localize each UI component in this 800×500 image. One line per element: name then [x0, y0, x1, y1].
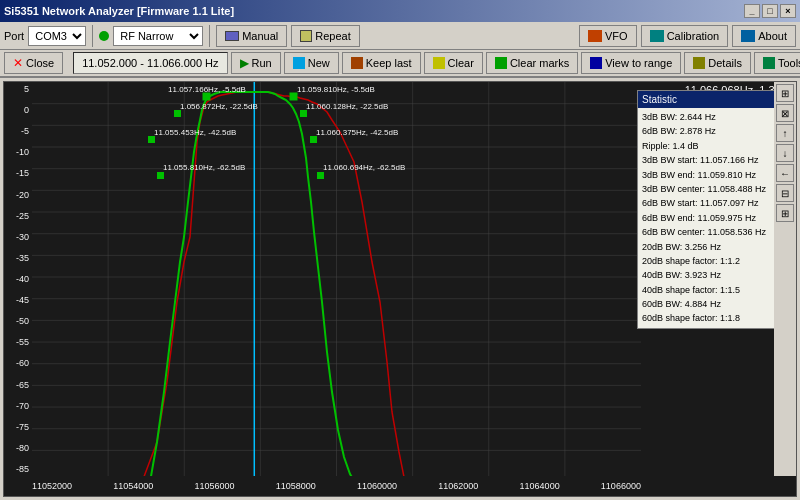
toolbar1: Port COM3 RF Narrow Manual Repeat VFO Ca… — [0, 22, 800, 50]
side-btn-7[interactable]: ⊞ — [776, 204, 794, 222]
side-toolbar: ⊞ ⊠ ↑ ↓ ← ⊟ ⊞ — [774, 82, 796, 476]
repeat-button[interactable]: Repeat — [291, 25, 359, 47]
tools-button[interactable]: Tools — [754, 52, 800, 74]
calibration-button[interactable]: Calibration — [641, 25, 729, 47]
y-tick--35: -35 — [4, 253, 32, 263]
stat-line: 3dB BW center: 11.058.488 Hz — [642, 182, 787, 196]
details-button[interactable]: Details — [684, 52, 751, 74]
side-btn-1[interactable]: ⊞ — [776, 84, 794, 102]
stat-line: 3dB BW: 2.644 Hz — [642, 110, 787, 124]
port-select[interactable]: COM3 — [28, 26, 86, 46]
y-tick--65: -65 — [4, 380, 32, 390]
mode-select[interactable]: RF Narrow — [113, 26, 203, 46]
x-tick-7: 11066000 — [601, 481, 641, 491]
keep-icon — [351, 57, 363, 69]
y-axis: 5 0 -5 -10 -15 -20 -25 -30 -35 -40 -45 -… — [4, 82, 32, 476]
side-btn-5[interactable]: ← — [776, 164, 794, 182]
stat-line: 40dB BW: 3.923 Hz — [642, 268, 787, 282]
svg-rect-38 — [157, 172, 164, 179]
svg-text:11.055.453Hz, -42.5dB: 11.055.453Hz, -42.5dB — [154, 128, 236, 137]
side-btn-4[interactable]: ↓ — [776, 144, 794, 162]
y-tick--15: -15 — [4, 168, 32, 178]
minimize-button[interactable]: _ — [744, 4, 760, 18]
stat-line: 20dB BW: 3.256 Hz — [642, 240, 787, 254]
about-icon — [741, 30, 755, 42]
tools-icon — [763, 57, 775, 69]
x-tick-4: 11060000 — [357, 481, 397, 491]
calibration-icon — [650, 30, 664, 42]
statistic-title: Statistic × — [638, 91, 791, 108]
vfo-icon — [588, 30, 602, 42]
run-button[interactable]: ▶ Run — [231, 52, 281, 74]
x-axis: 11052000 11054000 11056000 11058000 1106… — [32, 476, 641, 496]
new-icon — [293, 57, 305, 69]
svg-rect-36 — [310, 136, 317, 143]
stat-line: 3dB BW end: 11.059.810 Hz — [642, 168, 787, 182]
y-tick--55: -55 — [4, 337, 32, 347]
svg-text:11.060.375Hz, -42.5dB: 11.060.375Hz, -42.5dB — [316, 128, 398, 137]
repeat-icon — [300, 30, 312, 42]
keep-last-button[interactable]: Keep last — [342, 52, 421, 74]
clear-marks-button[interactable]: Clear marks — [486, 52, 578, 74]
chart-container: 11.066.068Hz, 1.3dB Опора 11,057 ровно → — [3, 81, 797, 497]
clear-button[interactable]: Clear — [424, 52, 483, 74]
y-tick--5: -5 — [4, 126, 32, 136]
maximize-button[interactable]: □ — [762, 4, 778, 18]
clear-marks-icon — [495, 57, 507, 69]
y-tick-0: 0 — [4, 105, 32, 115]
stat-line: 20dB shape factor: 1:1.2 — [642, 254, 787, 268]
svg-rect-28 — [290, 93, 297, 100]
range-display: 11.052.000 - 11.066.000 Hz — [73, 52, 227, 74]
view-to-range-button[interactable]: View to range — [581, 52, 681, 74]
title-text: Si5351 Network Analyzer [Firmware 1.1 Li… — [4, 5, 234, 17]
y-tick--10: -10 — [4, 147, 32, 157]
side-btn-6[interactable]: ⊟ — [776, 184, 794, 202]
close-button2[interactable]: ✕ Close — [4, 52, 63, 74]
stat-line: 6dB BW start: 11.057.097 Hz — [642, 196, 787, 210]
y-tick--60: -60 — [4, 358, 32, 368]
statistic-body: 3dB BW: 2.644 Hz6dB BW: 2.878 HzRipple: … — [638, 108, 791, 328]
side-btn-2[interactable]: ⊠ — [776, 104, 794, 122]
y-tick--20: -20 — [4, 190, 32, 200]
about-button[interactable]: About — [732, 25, 796, 47]
svg-rect-30 — [174, 110, 181, 117]
x-tick-6: 11064000 — [520, 481, 560, 491]
titlebar-controls: _ □ × — [744, 4, 796, 18]
y-tick--85: -85 — [4, 464, 32, 474]
svg-text:11.060.694Hz, -62.5dB: 11.060.694Hz, -62.5dB — [323, 163, 405, 172]
statistic-panel: Statistic × 3dB BW: 2.644 Hz6dB BW: 2.87… — [637, 90, 792, 329]
titlebar: Si5351 Network Analyzer [Firmware 1.1 Li… — [0, 0, 800, 22]
status-icon — [99, 31, 109, 41]
svg-rect-32 — [300, 110, 307, 117]
close-button[interactable]: × — [780, 4, 796, 18]
close-icon2: ✕ — [13, 56, 23, 70]
y-tick--40: -40 — [4, 274, 32, 284]
x-tick-5: 11062000 — [438, 481, 478, 491]
vfo-button[interactable]: VFO — [579, 25, 637, 47]
y-tick--45: -45 — [4, 295, 32, 305]
svg-text:11.060.128Hz, -22.5dB: 11.060.128Hz, -22.5dB — [306, 102, 388, 111]
clear-icon — [433, 57, 445, 69]
stat-line: 6dB BW center: 11.058.536 Hz — [642, 225, 787, 239]
stat-line: 60dB BW: 4.884 Hz — [642, 297, 787, 311]
stat-line: 3dB BW start: 11.057.166 Hz — [642, 153, 787, 167]
port-label: Port — [4, 30, 24, 42]
svg-text:11.059.810Hz, -5.5dB: 11.059.810Hz, -5.5dB — [297, 85, 375, 94]
svg-rect-26 — [203, 93, 210, 100]
svg-rect-40 — [317, 172, 324, 179]
toolbar2: ✕ Close 11.052.000 - 11.066.000 Hz ▶ Run… — [0, 50, 800, 78]
side-btn-3[interactable]: ↑ — [776, 124, 794, 142]
y-tick--50: -50 — [4, 316, 32, 326]
new-button[interactable]: New — [284, 52, 339, 74]
view-icon — [590, 57, 602, 69]
y-tick--75: -75 — [4, 422, 32, 432]
y-tick--25: -25 — [4, 211, 32, 221]
svg-text:11.057.166Hz, -5.5dB: 11.057.166Hz, -5.5dB — [168, 85, 246, 94]
y-tick--30: -30 — [4, 232, 32, 242]
stat-line: 6dB BW: 2.878 Hz — [642, 124, 787, 138]
x-tick-2: 11056000 — [195, 481, 235, 491]
manual-button[interactable]: Manual — [216, 25, 287, 47]
stat-line: 60dB shape factor: 1:1.8 — [642, 311, 787, 325]
stat-line: 6dB BW end: 11.059.975 Hz — [642, 211, 787, 225]
y-tick-5: 5 — [4, 84, 32, 94]
